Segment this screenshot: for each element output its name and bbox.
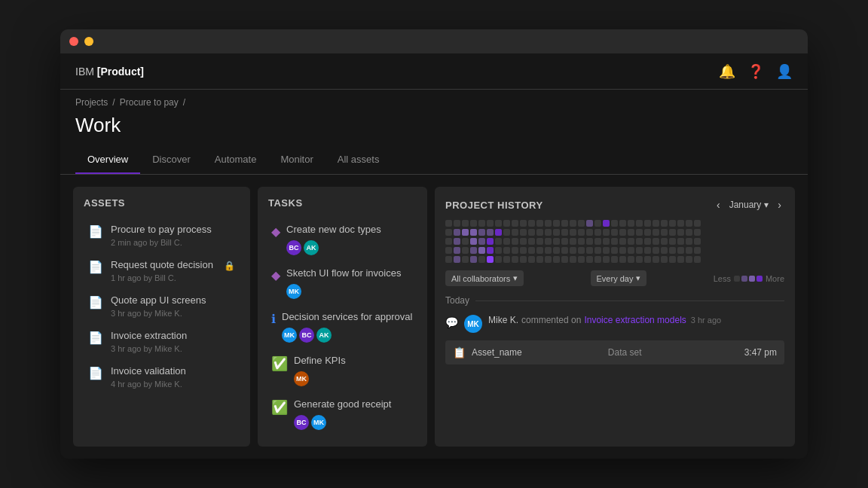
doc-icon: 📄	[88, 295, 103, 310]
close-dot[interactable]	[69, 37, 78, 46]
info-icon: ℹ	[271, 312, 276, 326]
file-icon: 📋	[453, 346, 466, 358]
minimize-dot[interactable]	[84, 37, 93, 46]
asset-name: Invoice extraction	[111, 330, 235, 343]
next-month-button[interactable]: ›	[775, 197, 784, 212]
cal-dot	[686, 256, 692, 263]
cal-dot	[636, 229, 643, 236]
cal-dot	[445, 229, 452, 236]
cal-dot	[470, 256, 477, 263]
tab-monitor[interactable]: Monitor	[268, 146, 325, 174]
activity-content: Mike K. commented on Invoice extraction …	[488, 315, 784, 325]
cal-dot	[603, 229, 610, 236]
prev-month-button[interactable]: ‹	[714, 197, 723, 212]
tasks-panel: Tasks ◆ Create new doc types BC AK ◆ Ske…	[258, 187, 427, 446]
bell-icon[interactable]: 🔔	[719, 63, 735, 80]
asset-name: Invoice validation	[111, 365, 235, 378]
cal-dot	[520, 229, 527, 236]
task-info: Create new doc types BC AK	[286, 224, 414, 255]
cal-dot	[594, 220, 601, 227]
tabs: Overview Discover Automate Monitor All a…	[60, 146, 808, 175]
cal-dot	[694, 238, 701, 245]
asset-item[interactable]: 📄 Invoice extraction 3 hr ago by Mike K.	[84, 324, 240, 359]
tab-discover[interactable]: Discover	[140, 146, 203, 174]
frequency-filter[interactable]: Every day ▾	[591, 270, 647, 286]
cal-dot	[503, 220, 510, 227]
task-avatars: BC AK	[286, 240, 414, 255]
avatar: MK	[286, 284, 301, 299]
task-name: Sketch UI flow for invoices	[286, 267, 414, 280]
cal-dot	[512, 256, 518, 263]
cal-dot	[619, 220, 626, 227]
cal-dot	[487, 238, 494, 245]
cal-dot	[487, 229, 494, 236]
cal-dot	[628, 256, 634, 263]
cal-dot	[603, 220, 610, 227]
calendar-row	[445, 229, 784, 236]
cal-dot	[619, 256, 626, 263]
task-name: Create new doc types	[286, 224, 414, 236]
tab-automate[interactable]: Automate	[203, 146, 269, 174]
task-info: Generate good receipt BC MK	[294, 398, 414, 430]
asset-item[interactable]: 📄 Invoice validation 4 hr ago by Mike K.	[84, 359, 240, 395]
cal-dot	[561, 247, 568, 254]
cal-dot	[495, 256, 502, 263]
cal-dot	[503, 247, 510, 254]
cal-dot	[536, 256, 543, 263]
cal-dot	[677, 229, 684, 236]
cal-dot	[454, 229, 460, 236]
cal-dot	[570, 229, 576, 236]
task-name: Generate good receipt	[294, 398, 414, 411]
top-nav: IBM [Product] 🔔 ❓ 👤	[60, 53, 808, 90]
user-icon[interactable]: 👤	[776, 63, 793, 80]
breadcrumb-projects[interactable]: Projects	[75, 97, 108, 108]
task-item[interactable]: ✅ Define KPIs MK	[268, 349, 417, 392]
asset-meta: 2 min ago by Bill C.	[111, 238, 235, 247]
cal-dot	[653, 247, 659, 254]
cal-dot	[578, 238, 585, 245]
titlebar	[60, 29, 808, 53]
cal-dot	[694, 220, 701, 227]
calendar-row	[445, 238, 784, 245]
asset-item[interactable]: 📄 Quote app UI screens 3 hr ago by Mike …	[84, 288, 240, 324]
tab-all-assets[interactable]: All assets	[326, 146, 392, 174]
cal-dot-today	[487, 256, 494, 263]
cal-dot	[536, 229, 543, 236]
cal-dot	[520, 247, 527, 254]
help-icon[interactable]: ❓	[747, 63, 764, 80]
cal-dot	[611, 247, 618, 254]
cal-dot	[520, 238, 527, 245]
cal-dot	[619, 238, 626, 245]
asset-item[interactable]: 📄 Procure to pay process 2 min ago by Bi…	[84, 218, 240, 253]
cal-dot	[570, 247, 576, 254]
collaborators-filter[interactable]: All collaborators ▾	[445, 270, 524, 286]
cal-dot	[578, 229, 585, 236]
diamond-icon: ◆	[271, 268, 280, 282]
cal-dot	[495, 229, 502, 236]
cal-dot	[528, 256, 535, 263]
cal-dot	[628, 238, 634, 245]
breadcrumb-procure[interactable]: Procure to pay	[120, 97, 179, 108]
asset-meta: 3 hr ago by Mike K.	[111, 344, 235, 353]
data-type: Data set	[608, 347, 738, 358]
main-content: Assets 📄 Procure to pay process 2 min ag…	[60, 175, 808, 458]
cal-dot	[553, 256, 560, 263]
asset-name: Quote app UI screens	[111, 294, 235, 307]
assets-panel: Assets 📄 Procure to pay process 2 min ag…	[73, 187, 250, 446]
data-time: 3:47 pm	[744, 347, 777, 358]
task-item[interactable]: ◆ Sketch UI flow for invoices MK	[268, 261, 417, 305]
cal-dot	[603, 247, 610, 254]
cal-dot	[536, 238, 543, 245]
cal-dot	[512, 220, 518, 227]
cal-dot	[470, 220, 477, 227]
task-avatars: MK	[294, 371, 414, 386]
activity-link[interactable]: Invoice extraction models	[584, 315, 686, 325]
task-item[interactable]: ℹ Decision services for approval MK BC A…	[268, 305, 417, 349]
tab-overview[interactable]: Overview	[75, 146, 140, 174]
task-item[interactable]: ◆ Create new doc types BC AK	[268, 218, 417, 261]
cal-dot	[586, 238, 593, 245]
cal-dot	[694, 256, 701, 263]
task-item[interactable]: ✅ Generate good receipt BC MK	[268, 392, 417, 436]
asset-item[interactable]: 📄 Request quote decision 1 hr ago by Bil…	[84, 253, 240, 288]
asset-name: Procure to pay process	[111, 224, 235, 236]
